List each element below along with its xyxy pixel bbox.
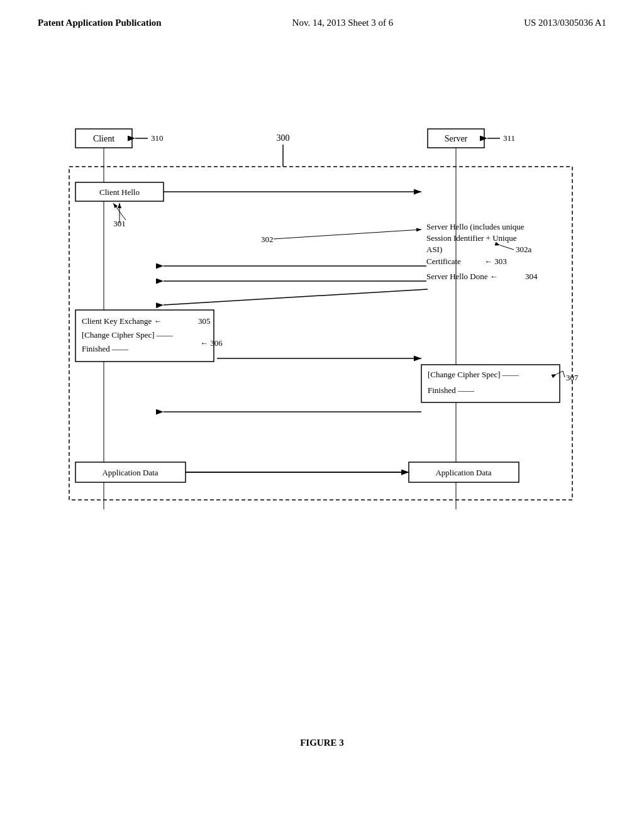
svg-text:304: 304 [525, 272, 538, 281]
page-header: Patent Application Publication Nov. 14, … [0, 0, 644, 28]
header-patent-number: US 2013/0305036 A1 [524, 18, 606, 28]
svg-text:307: 307 [566, 373, 579, 382]
header-date-sheet: Nov. 14, 2013 Sheet 3 of 6 [292, 18, 394, 28]
svg-text:← 306: ← 306 [200, 338, 223, 348]
svg-text:Client Hello: Client Hello [99, 187, 140, 197]
svg-text:311: 311 [503, 133, 515, 143]
svg-text:305: 305 [198, 316, 211, 326]
svg-text:[Change Cipher Spec]  ——: [Change Cipher Spec] —— [82, 330, 174, 340]
svg-text:Client: Client [93, 134, 114, 143]
svg-text:Server: Server [445, 134, 468, 143]
svg-line-26 [500, 245, 514, 250]
svg-line-21 [274, 230, 421, 239]
svg-text:Server Hello Done ←: Server Hello Done ← [426, 272, 498, 281]
svg-text:ASI): ASI) [426, 245, 442, 254]
svg-text:302: 302 [261, 235, 274, 244]
diagram-svg: Client 310 Server 311 300 Client [38, 82, 606, 704]
svg-text:Session Identifier + Unique: Session Identifier + Unique [426, 233, 517, 243]
header-publication-type: Patent Application Publication [38, 18, 162, 28]
svg-text:Application Data: Application Data [435, 468, 491, 477]
figure-label: FIGURE 3 [0, 738, 644, 748]
svg-text:[Change Cipher Spec] ——: [Change Cipher Spec] —— [428, 370, 519, 379]
diagram-area: Client 310 Server 311 300 Client [38, 82, 606, 704]
svg-text:Finished  ——: Finished —— [428, 385, 475, 395]
svg-line-45 [563, 371, 565, 377]
svg-text:Client Key Exchange ←: Client Key Exchange ← [82, 316, 162, 326]
svg-text:Server Hello (includes unique: Server Hello (includes unique [426, 222, 525, 231]
svg-text:302a: 302a [516, 245, 532, 254]
svg-text:310: 310 [151, 133, 164, 143]
svg-text:300: 300 [277, 133, 290, 143]
svg-line-33 [164, 289, 428, 305]
svg-text:Certificate: Certificate [426, 257, 461, 266]
svg-text:Finished  ——: Finished —— [82, 344, 129, 353]
svg-text:←  303: ← 303 [484, 257, 507, 266]
svg-text:Application Data: Application Data [102, 468, 158, 477]
